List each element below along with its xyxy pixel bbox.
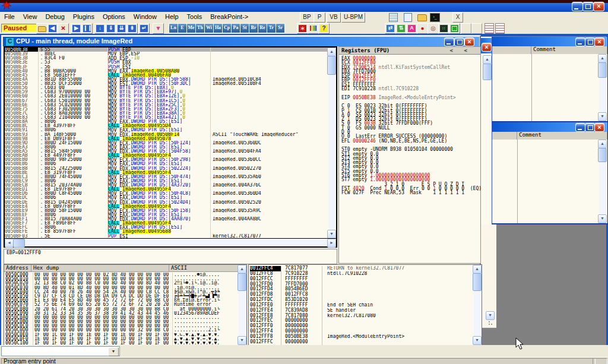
disasm-row[interactable]: 0050BE40.B8 B0BA5000MOV EAX,ImageRed.005… [5,69,328,73]
hexdump-row[interactable]: 0050C0B000 00 00 00 00 00 00 00 00 00 00… [4,319,238,324]
disasm-row[interactable]: 0050BE8A.8B06MOV EAX,DWORD PTR DS:[ESI] [5,119,328,124]
disasm-row[interactable]: 0050BEF7.E8 F896F8FFCALL ImageRed.004955… [5,221,328,225]
disasm-row[interactable]: 0050BECB.8B15 20374A00MOV EDX,DWORD PTR … [5,183,328,187]
hexdump-row[interactable]: 0050C0F01E 00 1F 00 1E 00 1F 00 1F 00 1D… [4,337,238,341]
stack-row[interactable]: 0012FFFC00000000 [250,340,474,345]
disasm-row[interactable]: 0050BEC3.8B0D 74F45000MOV ECX,DWORD PTR … [5,175,328,179]
stack-row[interactable]: 0012FFDC853D1020 [250,297,474,303]
registers-pane[interactable]: Registers (FPU) < < EAX 00000000ECX 0012… [338,46,481,264]
scroll-down-icon[interactable]: ▼ [473,336,482,345]
help-icon[interactable]: ? [318,23,330,34]
log-doc-icon[interactable] [484,23,494,34]
disasm-row[interactable]: 0050BEF1.8B15 70A84A00MOV EDX,DWORD PTR … [5,217,328,221]
scroll-right-icon[interactable]: ► [327,239,336,248]
scroll-down-icon[interactable]: ▼ [486,311,495,320]
open-file-icon[interactable] [36,23,48,34]
dump-scrollbar[interactable]: ▲ ▼ [239,265,246,345]
scroll-thumb[interactable] [238,273,246,291]
menu-item-tools[interactable]: Tools [183,12,207,20]
disasm-row[interactable]: 0050BF03.5EPOP ESIkernel32.7C817077 [5,234,328,238]
panel-scrollbar[interactable]: ▲ ▼ [599,140,607,223]
disasm-row[interactable]: 0050BEAB.E8 4497F8FFCALL ImageRed.004955… [5,153,328,157]
panel-button-cp[interactable]: Cp [222,23,232,33]
panel-button-st[interactable]: St [240,23,249,33]
panel-button-wi[interactable]: Wi [204,23,214,33]
panel-button-th[interactable]: Th [195,23,205,33]
disasm-row[interactable]: 0050BEE4.E8 0B97F8FFCALL ImageRed.004955… [5,204,328,208]
panel-list-body[interactable] [492,54,607,121]
disasm-row[interactable]: 0050BEDC.8B06MOV EAX,DWORD PTR DS:[ESI] [5,195,328,200]
stack-row[interactable]: 0012FFC47C817077RETURN to kernel32.7C817… [250,266,474,271]
disasm-row[interactable]: 0050BEFC.8B06MOV EAX,DWORD PTR DS:[ESI] [5,225,328,229]
hexdump-row[interactable]: 0050C050C9 D7 CF C8 CD CE DB D8 DA D9 CA… [4,294,238,298]
register-line[interactable]: T 0 GS 0000 NULL [341,126,479,130]
highlight-a-icon[interactable]: A [406,23,417,34]
scroll-thumb[interactable] [598,62,607,78]
scroll-down-icon[interactable]: ▼ [598,214,607,223]
info-pane[interactable]: EBP=0012FFF0 [4,249,337,264]
hexdump-row[interactable]: 0050C08020 20 61 74 20 30 30 30 30 30 30… [4,307,238,311]
stack-row[interactable]: 0012FFF000000000 [250,324,474,329]
appearance-icon[interactable] [308,23,319,34]
cpu-close-button[interactable]: × [464,37,474,46]
menu-item-help[interactable]: Help [161,12,183,20]
panel-column-headers[interactable]: Comment [492,132,607,140]
register-line[interactable]: EFL 00000246 (NO,NB,E,BE,NS,PE,GE,LE) [341,139,479,143]
hexdump-row[interactable]: 0050C060E1 E3 00 E4 E5 8D 40 00 45 72 72… [4,298,238,302]
right-panel-top-titlebar[interactable]: × [492,37,607,46]
disasm-row[interactable]: 0050BE9D.8B0D 24F15000MOV ECX,DWORD PTR … [5,141,328,145]
scroll-down-icon[interactable]: ▼ [598,112,607,121]
combo-dropdown-icon[interactable]: ▼ [108,347,119,356]
folder-icon[interactable] [417,14,427,21]
bp-button[interactable]: BP [300,12,314,23]
cpu-restore-button[interactable] [454,37,464,46]
panel-button-ln[interactable]: Ln [169,23,178,33]
panel-column-headers[interactable]: Comment [492,46,607,54]
minimize-button[interactable] [572,2,583,11]
panel-button-tr[interactable]: Tr [267,23,276,33]
disasm-row[interactable]: 0050BE50.8B35 DCF35000MOV ESI,DWORD PTR … [5,81,328,86]
disasm-row[interactable]: 0050BE98.E8 DB91F8FFCALL ImageRed.004950… [5,137,328,141]
stack-row[interactable]: 0012FFD80012FFC8 [250,292,474,297]
scroll-up-icon[interactable]: ▲ [598,140,607,148]
disasm-row[interactable]: 0050BE91.8B06MOV EAX,DWORD PTR DS:[ESI] [5,128,328,132]
disassembly-pane[interactable]: 0050BE38$55PUSH EBP0050BE39.8BECMOV EBP,… [4,46,337,248]
panel-scrollbar[interactable]: ▲ ▼ [599,54,607,121]
disasm-row[interactable]: 0050BEFE.E8 8597F8FFCALL ImageRed.004956… [5,229,328,233]
disasm-row[interactable]: 0050BE67.C683 C5010000 00MOV BYTE PTR DS… [5,99,328,103]
hexdump-row[interactable]: 0050C09030 31 32 33 34 35 36 37 38 39 41… [4,311,238,315]
menu-item-breakpoint[interactable]: BreakPoint-> [206,12,252,20]
hexdump-row[interactable]: 0050C0A000 00 00 00 00 00 00 00 00 00 00… [4,315,238,319]
panel-button-re[interactable]: Re [258,23,267,33]
disasm-row[interactable]: 0050BED6.8B0D C8F45000MOV ECX,DWORD PTR … [5,191,328,195]
disasm-row[interactable]: 0050BEB8.8B15 24225000MOV EDX,DWORD PTR … [5,166,328,170]
disasm-row[interactable]: 0050BEDE.8B15 D4245000MOV EDX,DWORD PTR … [5,200,328,204]
swap-arrows-icon[interactable]: ⇄ [385,23,396,34]
close-program-icon[interactable]: ✕ [58,23,69,34]
hexdump-row[interactable]: 0050C07052 75 6E 74 69 6D 65 20 65 72 72… [4,302,238,306]
hexdump-row[interactable]: 0050C0C000 00 00 00 00 00 00 00 00 00 00… [4,324,238,328]
scroll-up-icon[interactable]: ▲ [598,54,607,63]
panel-minimize-button[interactable] [575,123,585,132]
disasm-row[interactable]: 0050BE93.BA 14BF5000MOV EDX,ImageRed.005… [5,132,328,137]
trace-spiral-icon[interactable]: ◎ [428,23,439,34]
run-trace-icon[interactable]: ∷ [438,23,449,34]
disasm-row[interactable]: 0050BE3F.56PUSH ESI [5,65,328,69]
disasm-row[interactable]: 0050BE83.C683 21040000 00MOV BYTE PTR DS… [5,115,328,119]
panel-maximize-button[interactable] [585,123,595,132]
scroll-thumb[interactable] [598,148,607,162]
resize-grip[interactable] [488,321,494,327]
disasm-row[interactable]: 0050BEC9.8B06MOV EAX,DWORD PTR DS:[ESI] [5,179,328,183]
panel-list-body[interactable] [492,140,607,223]
disasm-row[interactable]: 0050BEBE.E8 3197F8FFCALL ImageRed.004955… [5,170,328,175]
panel-maximize-button[interactable] [585,37,595,46]
panel-button-sr[interactable]: Sr [276,23,285,33]
stack-row[interactable]: 0012FFD48054B6ED [250,287,474,292]
stack-row[interactable]: 0012FFE47C839AD8SE handler [250,308,474,314]
scroll-up-icon[interactable]: ▲ [473,265,482,274]
scroll-left-icon[interactable]: ◄ [5,239,14,248]
stack-row[interactable]: 0012FFCCFFFFFFFF [250,277,474,282]
source-doc-icon[interactable] [404,13,412,22]
menu-item-debug[interactable]: Debug [41,12,68,20]
register-line[interactable]: EIP 0050BE38 ImageRed.<ModuleEntryPoint> [341,96,479,100]
